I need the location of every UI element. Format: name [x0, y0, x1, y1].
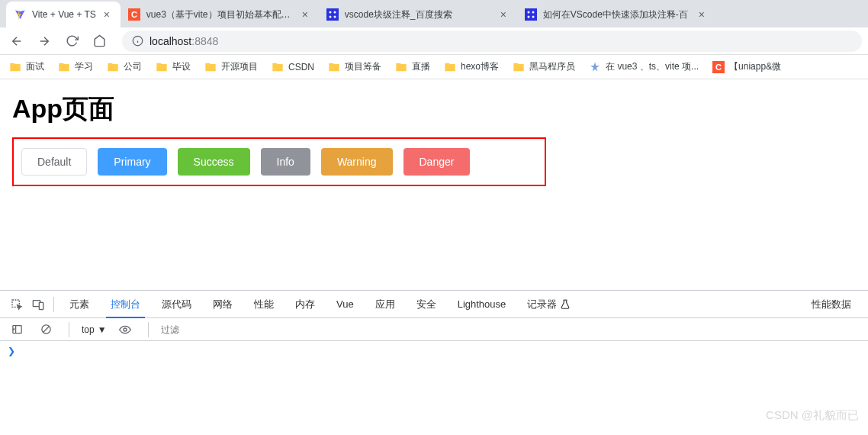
danger-button[interactable]: Danger [403, 148, 471, 176]
divider [148, 322, 149, 337]
devtools-tab-insights[interactable]: 性能数据 [801, 291, 862, 318]
svg-point-11 [532, 16, 534, 18]
devtools-tab-application[interactable]: 应用 [365, 291, 406, 318]
bookmark-link[interactable]: 在 vue3 、ts、vite 项... [589, 60, 699, 73]
svg-point-10 [527, 16, 529, 18]
sidebar-toggle-icon[interactable] [6, 319, 27, 340]
devtools-tab-recorder[interactable]: 记录器 [516, 291, 581, 318]
address-text: localhost:8848 [149, 35, 218, 47]
svg-rect-19 [39, 302, 43, 309]
devtools-tab-console[interactable]: 控制台 [100, 291, 151, 318]
bookmark-folder[interactable]: CSDN [272, 61, 314, 73]
bookmarks-bar: 面试 学习 公司 毕设 开源项目 CSDN 项目筹备 直播 hexo博客 黑马程… [0, 55, 868, 79]
devtools-tab-performance[interactable]: 性能 [243, 291, 285, 318]
default-button[interactable]: Default [21, 148, 87, 176]
bookmark-folder[interactable]: 开源项目 [204, 60, 258, 73]
devtools-tab-network[interactable]: 网络 [202, 291, 243, 318]
tab-title: vue3（基于vite）项目初始基本配置_ [146, 8, 294, 21]
browser-tabs-bar: Vite + Vue + TS × C vue3（基于vite）项目初始基本配置… [0, 0, 868, 27]
svg-line-23 [43, 327, 49, 333]
favicon-baidu-icon [326, 8, 339, 21]
svg-point-9 [532, 11, 534, 14]
devtools-tab-sources[interactable]: 源代码 [151, 291, 202, 318]
filter-input[interactable] [161, 324, 862, 335]
favicon-csdn-icon: C [128, 8, 140, 21]
nav-bar: localhost:8848 [0, 27, 868, 55]
browser-tab-2[interactable]: vscode块级注释_百度搜索 × [319, 2, 517, 27]
bookmark-folder[interactable]: 公司 [107, 60, 142, 73]
reload-button[interactable] [61, 31, 82, 52]
clear-console-icon[interactable] [35, 319, 56, 340]
svg-point-6 [333, 16, 336, 18]
devtools-tab-elements[interactable]: 元素 [59, 291, 100, 318]
close-icon[interactable]: × [497, 8, 510, 21]
svg-point-5 [329, 16, 331, 18]
tab-title: 如何在VScode中快速添加块注释-百 [543, 8, 691, 21]
svg-text:C: C [131, 10, 137, 19]
svg-point-3 [329, 11, 331, 14]
console-body[interactable]: ❯ [0, 341, 868, 435]
devtools-tabs: 元素 控制台 源代码 网络 性能 内存 Vue 应用 安全 Lighthouse… [0, 291, 868, 318]
page-content: App页面 Default Primary Success Info Warni… [0, 79, 868, 198]
info-icon[interactable] [131, 35, 143, 47]
live-expression-icon[interactable] [114, 319, 136, 340]
inspect-icon[interactable] [6, 294, 27, 315]
svg-point-4 [333, 11, 336, 14]
button-row: Default Primary Success Info Warning Dan… [12, 137, 546, 186]
address-bar[interactable]: localhost:8848 [122, 31, 862, 52]
page-title: App页面 [12, 92, 856, 127]
devtools-tab-memory[interactable]: 内存 [285, 291, 326, 318]
browser-tab-3[interactable]: 如何在VScode中快速添加块注释-百 × [517, 2, 715, 27]
favicon-baidu-icon [525, 8, 537, 21]
svg-point-24 [124, 328, 127, 331]
browser-tab-1[interactable]: C vue3（基于vite）项目初始基本配置_ × [121, 2, 319, 27]
bookmark-folder[interactable]: 毕设 [156, 60, 191, 73]
svg-rect-2 [326, 8, 339, 21]
info-button[interactable]: Info [261, 148, 310, 176]
device-toggle-icon[interactable] [27, 294, 49, 315]
console-toolbar: top ▼ [0, 318, 868, 341]
tab-title: vscode块级注释_百度搜索 [345, 8, 493, 21]
context-selector[interactable]: top ▼ [82, 324, 107, 335]
devtools-tab-security[interactable]: 安全 [406, 291, 447, 318]
home-button[interactable] [88, 31, 110, 52]
close-icon[interactable]: × [696, 8, 708, 21]
svg-rect-7 [525, 8, 537, 21]
bookmark-folder[interactable]: 学习 [58, 60, 93, 73]
divider [53, 297, 54, 312]
console-prompt: ❯ [8, 346, 15, 356]
svg-text:C: C [715, 63, 722, 72]
bookmark-folder[interactable]: 黑马程序员 [513, 60, 575, 73]
devtools-tab-vue[interactable]: Vue [326, 291, 365, 318]
devtools-panel: 元素 控制台 源代码 网络 性能 内存 Vue 应用 安全 Lighthouse… [0, 290, 868, 435]
devtools-tab-lighthouse[interactable]: Lighthouse [447, 291, 517, 318]
divider [69, 322, 69, 337]
favicon-vite-icon [14, 8, 26, 21]
bookmark-folder[interactable]: 项目筹备 [328, 60, 381, 73]
flask-icon [560, 299, 571, 310]
forward-button[interactable] [34, 31, 55, 52]
browser-tab-0[interactable]: Vite + Vue + TS × [6, 2, 121, 27]
bookmark-folder[interactable]: 直播 [395, 60, 430, 73]
svg-point-8 [527, 11, 529, 14]
close-icon[interactable]: × [299, 8, 311, 21]
success-button[interactable]: Success [178, 148, 250, 176]
bookmark-link[interactable]: C【uniapp&微 [712, 60, 781, 73]
bookmark-folder[interactable]: 面试 [9, 60, 44, 73]
chevron-down-icon: ▼ [98, 324, 107, 335]
back-button[interactable] [6, 31, 27, 52]
warning-button[interactable]: Warning [321, 148, 393, 176]
close-icon[interactable]: × [101, 8, 113, 21]
bookmark-folder[interactable]: hexo博客 [444, 60, 499, 73]
primary-button[interactable]: Primary [98, 148, 166, 176]
tab-title: Vite + Vue + TS [32, 9, 96, 20]
